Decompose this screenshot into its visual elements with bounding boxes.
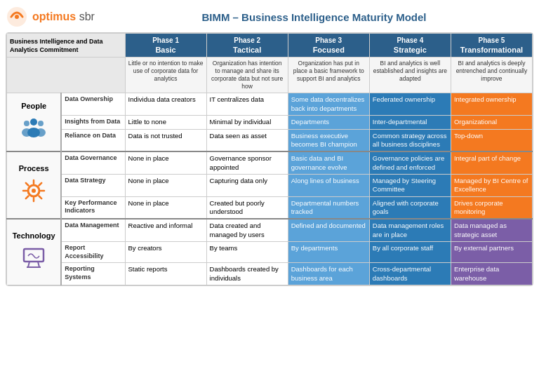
tech-icon [10,243,58,273]
svg-point-1 [15,15,19,19]
table-row: Process Data GovernanceNone in placeGove… [7,151,533,174]
cell-p1: Individua data creators [125,93,206,116]
table-row: Key Performance IndicatorsNone in placeC… [7,196,533,219]
cell-p3: Departmental numbers tracked [288,196,369,219]
category-label: Technology [10,231,58,241]
cell-p1: None in place [125,151,206,174]
table-row: Data StrategyNone in placeCapturing data… [7,174,533,196]
cell-p5: Integrated ownership [451,93,532,116]
cell-p1: None in place [125,174,206,196]
cell-p5: By external partners [451,241,532,262]
cell-p4: Federated ownership [369,93,451,116]
phase2-desc: Organization has intention to manage and… [206,58,288,93]
cell-p2: Minimal by individual [206,116,288,129]
cell-p3: By departments [288,241,369,262]
phase1-desc: Little or no intention to make use of co… [125,58,206,93]
logo-text: optimus sbr [32,11,95,23]
cell-p5: Integral part of change [451,151,532,174]
svg-point-2 [30,119,37,126]
svg-point-6 [38,121,44,126]
cell-p5: Top-down [451,129,532,151]
phase5-header: Phase 5 Transformational [451,34,532,58]
cell-p1: By creators [125,241,206,262]
row-sublabel: Reporting Systems [61,263,125,285]
cell-p4: Governance policies are defined and enfo… [369,151,451,174]
row-sublabel: Data Strategy [61,174,125,196]
cell-p3: Business executive becomes BI champion [288,129,369,151]
logo: optimus sbr [6,6,95,28]
row-sublabel: Data Management [61,219,125,241]
row-sublabel: Key Performance Indicators [61,196,125,219]
cell-p4: By all corporate staff [369,241,451,262]
cell-p4: Data management roles are in place [369,219,451,241]
svg-point-5 [22,128,32,137]
cell-p2: IT centralizes data [206,93,288,116]
category-process: Process [7,151,62,219]
page-title: BIMM – Business Intelligence Maturity Mo… [95,11,533,23]
row-sublabel: Data Ownership [61,93,125,116]
cell-p5: Managed by BI Centre of Excellence [451,174,532,196]
category-label: Process [10,163,58,173]
svg-point-7 [36,128,46,137]
cell-p4: Common strategy across all business disc… [369,129,451,151]
category-people: People [7,93,62,151]
phase3-desc: Organization has put in place a basic fr… [288,58,369,93]
cell-p2: Created but poorly understood [206,196,288,219]
cell-p2: By teams [206,241,288,262]
cell-p5: Enterprise data warehouse [451,263,532,285]
maturity-table: Business Intelligence and Data Analytics… [6,32,533,286]
process-icon [10,177,58,207]
logo-subtext: sbr [79,11,95,22]
bi-header: Business Intelligence and Data Analytics… [7,34,126,58]
cell-p2: Data created and managed by users [206,219,288,241]
table-row: Reliance on DataData is not trustedData … [7,129,533,151]
phase2-header: Phase 2 Tactical [206,34,288,58]
logo-icon [6,6,28,28]
row-sublabel: Report Accessibility [61,241,125,262]
cell-p5: Drives corporate monitoring [451,196,532,219]
cell-p2: Capturing data only [206,174,288,196]
table-row: Technology Data ManagementReactive and i… [7,219,533,241]
cell-p3: Defined and documented [288,219,369,241]
cell-p1: Static reports [125,263,206,285]
cell-p2: Governance sponsor appointed [206,151,288,174]
category-technology: Technology [7,219,62,285]
page-header: optimus sbr BIMM – Business Intelligence… [6,6,533,28]
cell-p2: Data seen as asset [206,129,288,151]
cell-p3: Along lines of business [288,174,369,196]
category-label: People [10,101,58,111]
cell-p3: Departments [288,116,369,129]
table-row: People Data OwnershipIndividua data crea… [7,93,533,116]
table-row: Report AccessibilityBy creatorsBy teamsB… [7,241,533,262]
row-sublabel: Insights from Data [61,116,125,129]
phase4-header: Phase 4 Strategic [369,34,451,58]
cell-p4: Managed by Steering Committee [369,174,451,196]
phase4-desc: BI and analytics is well established and… [369,58,451,93]
cell-p4: Inter-departmental [369,116,451,129]
cell-p4: Aligned with corporate goals [369,196,451,219]
cell-p3: Some data decentralizes back into depart… [288,93,369,116]
cell-p1: Data is not trusted [125,129,206,151]
cell-p5: Data managed as strategic asset [451,219,532,241]
table-row: Reporting SystemsStatic reportsDashboard… [7,263,533,285]
page-container: optimus sbr BIMM – Business Intelligence… [0,0,539,292]
cell-p4: Cross-departmental dashboards [369,263,451,285]
cell-p1: Little to none [125,116,206,129]
cell-p3: Dashboards for each business area [288,263,369,285]
table-row: Insights from DataLittle to noneMinimal … [7,116,533,129]
phase-name-row: Business Intelligence and Data Analytics… [7,34,533,58]
row-sublabel: Data Governance [61,151,125,174]
phase3-header: Phase 3 Focused [288,34,369,58]
empty-desc [7,58,126,93]
svg-point-4 [24,121,29,126]
phase-desc-row: Little or no intention to make use of co… [7,58,533,93]
cell-p2: Dashboards created by individuals [206,263,288,285]
phase5-desc: BI and analytics is deeply entrenched an… [451,58,532,93]
row-sublabel: Reliance on Data [61,129,125,151]
svg-point-9 [32,189,36,193]
phase1-header: Phase 1 Basic [125,34,206,58]
cell-p3: Basic data and BI governance evolve [288,151,369,174]
people-icon [10,114,58,144]
cell-p1: Reactive and informal [125,219,206,241]
cell-p5: Organizational [451,116,532,129]
